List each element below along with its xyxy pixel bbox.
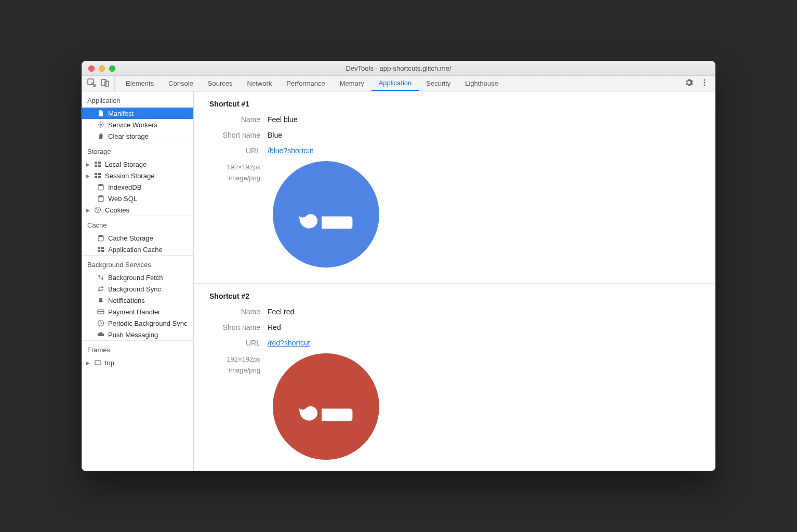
icon-size: 192×192px <box>209 162 260 173</box>
manifest-pane: Shortcut #1 Name Feel blue Short name Bl… <box>194 91 715 471</box>
sidebar-item-push-messaging[interactable]: Push Messaging <box>82 329 193 340</box>
bell-icon <box>97 296 105 304</box>
sidebar-item-payment-handler[interactable]: Payment Handler <box>82 306 193 317</box>
tab-performance[interactable]: Performance <box>279 76 332 91</box>
sidebar-item-label: Push Messaging <box>108 331 158 339</box>
sidebar-item-manifest[interactable]: Manifest <box>82 108 193 119</box>
svg-point-20 <box>97 210 98 211</box>
sidebar-item-notifications[interactable]: Notifications <box>82 295 193 306</box>
svg-point-16 <box>98 195 103 197</box>
sidebar-item-background-sync[interactable]: Background Sync <box>82 283 193 295</box>
sidebar-item-session-storage[interactable]: ▶ Session Storage <box>82 170 193 181</box>
sidebar-item-label: Service Workers <box>108 121 157 129</box>
icon-mime: image/png <box>209 365 260 376</box>
svg-point-19 <box>98 209 99 210</box>
sidebar-item-indexeddb[interactable]: IndexedDB <box>82 181 193 193</box>
grid-icon <box>97 245 105 254</box>
prop-label-short-name: Short name <box>209 323 268 331</box>
icon-meta: 192×192px image/png <box>209 162 268 184</box>
sidebar-item-application-cache[interactable]: Application Cache <box>82 244 193 255</box>
svg-rect-12 <box>98 173 101 175</box>
sidebar-item-label: Notifications <box>108 297 145 304</box>
device-toggle-icon[interactable] <box>101 78 109 88</box>
sidebar-item-service-workers[interactable]: Service Workers <box>82 119 193 130</box>
chevron-right-icon: ▶ <box>85 162 90 167</box>
chevron-right-icon: ▶ <box>85 360 90 366</box>
svg-rect-14 <box>98 176 101 178</box>
tab-security[interactable]: Security <box>419 76 458 91</box>
sidebar-item-label: Periodic Background Sync <box>108 320 187 327</box>
icon-mime: image/png <box>209 173 260 184</box>
sidebar-item-label: Payment Handler <box>108 308 160 316</box>
prop-label-name: Name <box>209 308 268 316</box>
svg-rect-11 <box>95 173 97 175</box>
clock-icon <box>97 319 105 327</box>
close-icon[interactable] <box>88 65 95 72</box>
more-icon[interactable] <box>700 78 709 88</box>
titlebar: DevTools - app-shortcuts.glitch.me/ <box>82 61 715 76</box>
svg-point-18 <box>96 208 97 209</box>
cloud-icon <box>97 330 105 339</box>
grid-icon <box>94 171 102 180</box>
tab-elements[interactable]: Elements <box>118 76 161 91</box>
icon-meta: 192×192px image/png <box>209 354 268 376</box>
sidebar-item-label: Clear storage <box>108 132 149 140</box>
minimize-icon[interactable] <box>99 65 105 72</box>
shortcut-heading: Shortcut #1 <box>209 100 705 108</box>
sidebar-section-background-services: Background Services <box>82 255 193 272</box>
sidebar-item-cache-storage[interactable]: Cache Storage <box>82 232 193 244</box>
brush-icon <box>288 182 365 259</box>
maximize-icon[interactable] <box>109 65 115 72</box>
tab-console[interactable]: Console <box>161 76 201 91</box>
svg-rect-27 <box>98 311 104 312</box>
sidebar-item-cookies[interactable]: ▶ Cookies <box>82 204 193 216</box>
shortcut-url-link[interactable]: /red?shortcut <box>268 339 310 347</box>
tab-lighthouse[interactable]: Lighthouse <box>458 76 506 91</box>
devtools-window: DevTools - app-shortcuts.glitch.me/ Elem… <box>82 61 715 471</box>
svg-rect-23 <box>101 247 104 249</box>
prop-label-url: URL <box>209 147 268 155</box>
svg-point-5 <box>704 85 706 86</box>
divider <box>115 79 115 88</box>
prop-label-url: URL <box>209 339 268 347</box>
gear-icon <box>97 121 105 129</box>
sidebar-item-label: Web SQL <box>108 195 137 203</box>
chevron-right-icon: ▶ <box>85 173 90 179</box>
shortcut-heading: Shortcut #2 <box>209 292 705 300</box>
sidebar-section-application: Application <box>82 91 193 108</box>
file-icon <box>97 109 105 117</box>
window-controls <box>82 65 115 72</box>
gear-icon[interactable] <box>685 78 693 88</box>
sidebar-item-background-fetch[interactable]: Background Fetch <box>82 272 193 283</box>
sidebar-item-frame-top[interactable]: ▶ top <box>82 357 193 368</box>
tab-application[interactable]: Application <box>371 76 419 91</box>
svg-rect-29 <box>95 361 100 365</box>
inspect-icon[interactable] <box>87 78 96 88</box>
trash-icon <box>97 132 105 140</box>
prop-value-short-name: Blue <box>268 131 282 139</box>
tab-memory[interactable]: Memory <box>333 76 371 91</box>
sidebar-item-periodic-background-sync[interactable]: Periodic Background Sync <box>82 317 193 329</box>
prop-value-name: Feel red <box>268 308 294 316</box>
sidebar-item-label: Local Storage <box>105 161 147 168</box>
sidebar-item-label: Session Storage <box>105 172 154 180</box>
tabs-list: Elements Console Sources Network Perform… <box>118 76 506 91</box>
svg-rect-25 <box>101 250 104 252</box>
tab-sources[interactable]: Sources <box>201 76 240 91</box>
shortcut-icon-preview <box>273 353 379 460</box>
cookie-icon <box>94 206 102 214</box>
shortcut-block-2: Shortcut #2 Name Feel red Short name Red… <box>194 284 715 471</box>
database-icon <box>97 194 105 203</box>
sidebar-item-label: Background Fetch <box>108 274 163 282</box>
sidebar-item-local-storage[interactable]: ▶ Local Storage <box>82 158 193 170</box>
sidebar-item-label: Manifest <box>108 110 134 117</box>
sidebar-section-cache: Cache <box>82 216 193 232</box>
sidebar-item-clear-storage[interactable]: Clear storage <box>82 130 193 142</box>
window-title: DevTools - app-shortcuts.glitch.me/ <box>82 64 715 72</box>
sidebar-item-label: Cache Storage <box>108 234 153 242</box>
shortcut-url-link[interactable]: /blue?shortcut <box>268 147 313 155</box>
tab-network[interactable]: Network <box>240 76 280 91</box>
brush-icon <box>288 375 365 451</box>
svg-point-6 <box>100 124 102 126</box>
sidebar-item-websql[interactable]: Web SQL <box>82 193 193 204</box>
